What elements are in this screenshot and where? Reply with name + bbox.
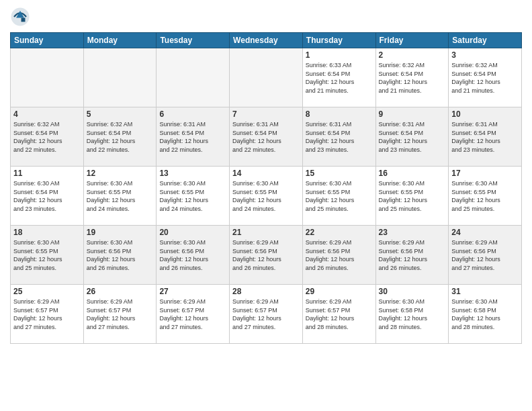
calendar-day-cell: 19Sunrise: 6:30 AM Sunset: 6:56 PM Dayli… <box>83 226 157 285</box>
day-info: Sunrise: 6:31 AM Sunset: 6:54 PM Dayligh… <box>451 120 519 154</box>
calendar-day-cell: 22Sunrise: 6:29 AM Sunset: 6:56 PM Dayli… <box>302 226 375 285</box>
day-header-monday: Monday <box>83 33 157 48</box>
calendar-day-cell: 13Sunrise: 6:30 AM Sunset: 6:55 PM Dayli… <box>157 167 230 226</box>
day-info: Sunrise: 6:30 AM Sunset: 6:55 PM Dayligh… <box>87 179 154 213</box>
calendar-day-cell: 1Sunrise: 6:33 AM Sunset: 6:54 PM Daylig… <box>302 48 375 107</box>
calendar-header-row: SundayMondayTuesdayWednesdayThursdayFrid… <box>11 33 522 48</box>
day-info: Sunrise: 6:30 AM Sunset: 6:56 PM Dayligh… <box>87 238 154 272</box>
day-info: Sunrise: 6:30 AM Sunset: 6:55 PM Dayligh… <box>159 179 226 213</box>
calendar-day-cell: 2Sunrise: 6:32 AM Sunset: 6:54 PM Daylig… <box>375 48 449 107</box>
calendar-day-cell: 28Sunrise: 6:29 AM Sunset: 6:57 PM Dayli… <box>230 285 303 344</box>
calendar-day-cell: 15Sunrise: 6:30 AM Sunset: 6:55 PM Dayli… <box>302 167 375 226</box>
day-header-friday: Friday <box>375 33 449 48</box>
day-number: 20 <box>159 228 226 237</box>
day-info: Sunrise: 6:30 AM Sunset: 6:54 PM Dayligh… <box>13 179 81 213</box>
calendar-week-row: 18Sunrise: 6:30 AM Sunset: 6:55 PM Dayli… <box>11 226 522 285</box>
calendar-day-cell: 25Sunrise: 6:29 AM Sunset: 6:57 PM Dayli… <box>11 285 84 344</box>
day-number: 29 <box>306 287 373 296</box>
day-info: Sunrise: 6:32 AM Sunset: 6:54 PM Dayligh… <box>379 61 446 95</box>
day-info: Sunrise: 6:29 AM Sunset: 6:56 PM Dayligh… <box>232 238 300 272</box>
day-info: Sunrise: 6:31 AM Sunset: 6:54 PM Dayligh… <box>159 120 226 154</box>
day-number: 17 <box>451 169 519 178</box>
day-number: 27 <box>159 287 226 296</box>
day-number: 14 <box>232 169 300 178</box>
calendar-day-cell: 8Sunrise: 6:31 AM Sunset: 6:54 PM Daylig… <box>302 107 375 167</box>
day-info: Sunrise: 6:32 AM Sunset: 6:54 PM Dayligh… <box>87 120 154 154</box>
day-header-sunday: Sunday <box>11 33 84 48</box>
day-info: Sunrise: 6:29 AM Sunset: 6:56 PM Dayligh… <box>451 238 519 272</box>
day-info: Sunrise: 6:29 AM Sunset: 6:56 PM Dayligh… <box>306 238 373 272</box>
calendar-day-cell: 12Sunrise: 6:30 AM Sunset: 6:55 PM Dayli… <box>83 167 157 226</box>
day-number: 13 <box>159 169 226 178</box>
calendar-week-row: 11Sunrise: 6:30 AM Sunset: 6:54 PM Dayli… <box>11 167 522 226</box>
calendar-day-cell: 16Sunrise: 6:30 AM Sunset: 6:55 PM Dayli… <box>375 167 449 226</box>
day-info: Sunrise: 6:30 AM Sunset: 6:58 PM Dayligh… <box>451 298 519 331</box>
day-number: 2 <box>379 50 446 60</box>
calendar-day-cell: 29Sunrise: 6:29 AM Sunset: 6:57 PM Dayli… <box>302 285 375 344</box>
day-info: Sunrise: 6:29 AM Sunset: 6:57 PM Dayligh… <box>232 298 300 331</box>
day-number: 4 <box>13 109 81 119</box>
calendar-day-cell: 27Sunrise: 6:29 AM Sunset: 6:57 PM Dayli… <box>157 285 230 344</box>
day-number: 10 <box>451 109 519 119</box>
calendar-week-row: 4Sunrise: 6:32 AM Sunset: 6:54 PM Daylig… <box>11 107 522 167</box>
day-number: 11 <box>13 169 81 178</box>
day-number: 8 <box>306 109 373 119</box>
day-number: 19 <box>87 228 154 237</box>
day-info: Sunrise: 6:33 AM Sunset: 6:54 PM Dayligh… <box>306 61 373 95</box>
calendar-day-cell: 31Sunrise: 6:30 AM Sunset: 6:58 PM Dayli… <box>449 285 522 344</box>
day-info: Sunrise: 6:29 AM Sunset: 6:56 PM Dayligh… <box>379 238 446 272</box>
calendar-day-cell: 26Sunrise: 6:29 AM Sunset: 6:57 PM Dayli… <box>83 285 157 344</box>
calendar-day-cell: 20Sunrise: 6:30 AM Sunset: 6:56 PM Dayli… <box>157 226 230 285</box>
day-header-thursday: Thursday <box>302 33 375 48</box>
calendar-day-cell: 10Sunrise: 6:31 AM Sunset: 6:54 PM Dayli… <box>449 107 522 167</box>
calendar-day-cell: 24Sunrise: 6:29 AM Sunset: 6:56 PM Dayli… <box>449 226 522 285</box>
calendar-day-cell: 5Sunrise: 6:32 AM Sunset: 6:54 PM Daylig… <box>83 107 157 167</box>
day-header-tuesday: Tuesday <box>157 33 230 48</box>
calendar-day-cell <box>230 48 303 107</box>
day-info: Sunrise: 6:32 AM Sunset: 6:54 PM Dayligh… <box>13 120 81 154</box>
logo <box>10 7 33 27</box>
day-info: Sunrise: 6:31 AM Sunset: 6:54 PM Dayligh… <box>306 120 373 154</box>
day-info: Sunrise: 6:30 AM Sunset: 6:56 PM Dayligh… <box>159 238 226 272</box>
calendar-day-cell: 23Sunrise: 6:29 AM Sunset: 6:56 PM Dayli… <box>375 226 449 285</box>
day-header-saturday: Saturday <box>449 33 522 48</box>
calendar-day-cell: 9Sunrise: 6:31 AM Sunset: 6:54 PM Daylig… <box>375 107 449 167</box>
day-number: 12 <box>87 169 154 178</box>
day-number: 23 <box>379 228 446 237</box>
day-info: Sunrise: 6:31 AM Sunset: 6:54 PM Dayligh… <box>379 120 446 154</box>
day-number: 9 <box>379 109 446 119</box>
day-number: 24 <box>451 228 519 237</box>
day-info: Sunrise: 6:29 AM Sunset: 6:57 PM Dayligh… <box>13 298 81 331</box>
day-info: Sunrise: 6:30 AM Sunset: 6:58 PM Dayligh… <box>379 298 446 331</box>
day-number: 6 <box>159 109 226 119</box>
day-info: Sunrise: 6:31 AM Sunset: 6:54 PM Dayligh… <box>232 120 300 154</box>
calendar-day-cell: 11Sunrise: 6:30 AM Sunset: 6:54 PM Dayli… <box>11 167 84 226</box>
day-info: Sunrise: 6:30 AM Sunset: 6:55 PM Dayligh… <box>451 179 519 213</box>
calendar-day-cell: 30Sunrise: 6:30 AM Sunset: 6:58 PM Dayli… <box>375 285 449 344</box>
day-info: Sunrise: 6:29 AM Sunset: 6:57 PM Dayligh… <box>87 298 154 331</box>
day-number: 26 <box>87 287 154 296</box>
calendar-day-cell <box>157 48 230 107</box>
logo-icon <box>10 7 30 27</box>
day-number: 25 <box>13 287 81 296</box>
day-number: 3 <box>451 50 519 60</box>
day-number: 16 <box>379 169 446 178</box>
calendar-day-cell: 14Sunrise: 6:30 AM Sunset: 6:55 PM Dayli… <box>230 167 303 226</box>
day-info: Sunrise: 6:29 AM Sunset: 6:57 PM Dayligh… <box>306 298 373 331</box>
calendar-day-cell: 18Sunrise: 6:30 AM Sunset: 6:55 PM Dayli… <box>11 226 84 285</box>
calendar-day-cell <box>11 48 84 107</box>
day-info: Sunrise: 6:30 AM Sunset: 6:55 PM Dayligh… <box>379 179 446 213</box>
day-header-wednesday: Wednesday <box>230 33 303 48</box>
day-number: 18 <box>13 228 81 237</box>
page-header <box>10 7 522 27</box>
day-number: 5 <box>87 109 154 119</box>
day-number: 15 <box>306 169 373 178</box>
calendar-day-cell: 7Sunrise: 6:31 AM Sunset: 6:54 PM Daylig… <box>230 107 303 167</box>
day-number: 28 <box>232 287 300 296</box>
day-info: Sunrise: 6:30 AM Sunset: 6:55 PM Dayligh… <box>306 179 373 213</box>
day-info: Sunrise: 6:32 AM Sunset: 6:54 PM Dayligh… <box>451 61 519 95</box>
day-number: 1 <box>306 50 373 60</box>
calendar-week-row: 25Sunrise: 6:29 AM Sunset: 6:57 PM Dayli… <box>11 285 522 344</box>
day-number: 22 <box>306 228 373 237</box>
day-info: Sunrise: 6:30 AM Sunset: 6:55 PM Dayligh… <box>232 179 300 213</box>
